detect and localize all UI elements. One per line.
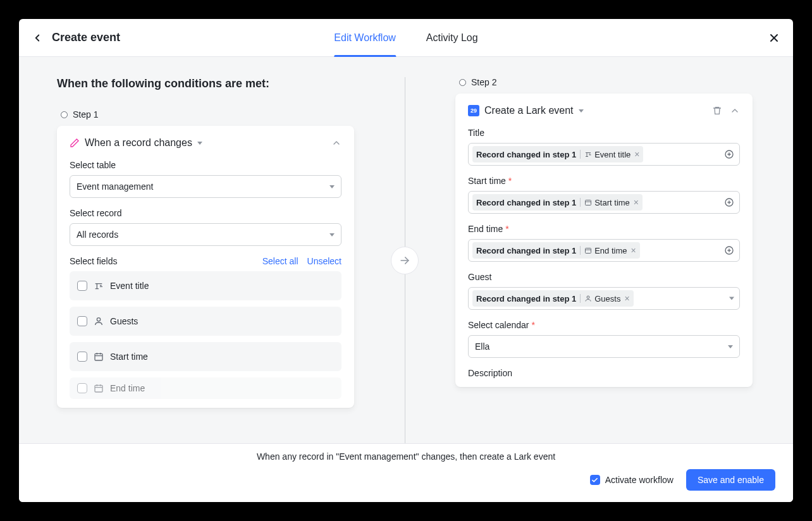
action-type-dropdown-icon[interactable] [579,109,584,113]
token-secondary: Start time [584,198,630,207]
field-checkbox[interactable] [77,316,87,326]
step1-label: Step 1 [57,109,354,120]
svg-rect-9 [586,200,591,205]
token-primary: Record changed in step 1 [476,294,576,303]
field-name-text: Guests [110,316,138,326]
token-primary: Record changed in step 1 [476,198,576,207]
field-name-text: Start time [110,352,148,362]
guest-field-label: Guest [468,272,740,282]
step2-card: 29 Create a Lark event [455,94,753,387]
save-and-enable-button[interactable]: Save and enable [686,469,775,491]
workflow-summary: When any record in "Event management" ch… [37,451,775,462]
chevron-down-icon[interactable] [729,297,734,300]
activate-workflow-label: Activate workflow [605,475,674,485]
select-fields-label: Select fields [70,256,117,266]
field-item-start-time[interactable]: Start time [70,342,341,371]
select-table-dropdown[interactable]: Event management [70,175,341,198]
back-icon[interactable] [32,32,43,44]
select-table-value: Event management [77,181,153,192]
step-bullet-icon [61,111,68,118]
remove-token-icon[interactable]: × [624,294,629,303]
step1-label-text: Step 1 [73,109,98,120]
field-name-text: Event title [110,281,149,291]
select-table-label: Select table [70,160,341,170]
text-field-icon [94,281,104,291]
add-token-icon[interactable] [724,197,734,207]
calendar-field-icon [94,383,104,393]
activate-workflow-checkbox[interactable]: Activate workflow [590,475,674,485]
step-bullet-icon [459,79,466,86]
arrow-right-icon [391,247,419,274]
description-field-label: Description [468,368,740,378]
select-record-label: Select record [70,208,341,218]
select-all-link[interactable]: Select all [262,256,298,266]
token-primary: Record changed in step 1 [476,150,576,159]
footer-bar: When any record in "Event management" ch… [19,443,793,502]
conditions-header: When the following conditions are met: [57,77,354,90]
step2-card-title: Create a Lark event [484,105,574,116]
token: Record changed in step 1 Start time × [472,194,643,211]
svg-rect-3 [95,353,102,360]
token-secondary: Guests [584,294,620,303]
title-field-label: Title [468,128,740,138]
field-item-guests[interactable]: Guests [70,307,341,336]
tab-activity-log[interactable]: Activity Log [426,19,478,56]
title-token-input[interactable]: Record changed in step 1 Event title × [468,143,740,166]
start-time-token-input[interactable]: Record changed in step 1 Start time × [468,191,740,214]
chevron-down-icon [728,345,733,348]
editor-canvas: When the following conditions are met: S… [19,57,793,443]
collapse-icon[interactable] [730,106,740,116]
remove-token-icon[interactable]: × [634,198,639,207]
end-time-field-label: End time * [468,224,740,234]
workflow-editor-window: Create event Edit Workflow Activity Log … [19,19,793,502]
unselect-link[interactable]: Unselect [307,256,341,266]
person-field-icon [94,316,104,326]
step2-label-text: Step 2 [471,77,496,87]
delete-step-icon[interactable] [712,106,722,116]
field-name-text: End time [110,383,145,393]
select-calendar-dropdown[interactable]: Ella [468,335,740,358]
field-item-event-title[interactable]: Event title [70,271,341,300]
end-time-token-input[interactable]: Record changed in step 1 End time × [468,239,740,262]
remove-token-icon[interactable]: × [634,150,639,159]
calendar-field-icon [94,352,104,362]
field-item-end-time[interactable]: End time [70,377,341,399]
page-title: Create event [52,31,120,44]
svg-rect-13 [586,248,591,254]
token-secondary: Event title [584,150,631,159]
step1-card: When a record changes Select table Event… [57,126,354,408]
select-record-dropdown[interactable]: All records [70,223,341,246]
svg-rect-4 [95,385,102,392]
chevron-down-icon [329,233,335,236]
add-token-icon[interactable] [724,149,734,159]
field-checkbox[interactable] [77,383,87,393]
token: Record changed in step 1 Event title × [472,146,643,162]
header-bar: Create event Edit Workflow Activity Log [19,19,793,57]
step2-label: Step 2 [455,77,753,87]
guest-token-input[interactable]: Record changed in step 1 Guests × [468,287,740,310]
step1-card-title: When a record changes [85,137,192,149]
connector-column [379,77,430,443]
token: Record changed in step 1 End time × [472,242,640,259]
svg-point-2 [97,318,100,321]
lark-calendar-icon: 29 [468,105,479,116]
select-record-value: All records [77,230,118,240]
trigger-type-dropdown-icon[interactable] [197,142,202,145]
token: Record changed in step 1 Guests × [472,290,634,307]
chevron-down-icon [329,185,335,188]
close-icon[interactable] [768,32,780,44]
token-secondary: End time [584,246,627,255]
field-checkbox[interactable] [77,352,87,362]
collapse-icon[interactable] [331,138,341,148]
start-time-field-label: Start time * [468,176,740,186]
token-primary: Record changed in step 1 [476,246,576,255]
svg-point-17 [587,296,589,298]
add-token-icon[interactable] [724,245,734,255]
select-calendar-value: Ella [475,341,489,352]
field-checkbox[interactable] [77,281,87,291]
checked-icon [590,475,600,485]
pencil-icon [70,138,80,148]
tab-edit-workflow[interactable]: Edit Workflow [334,19,396,56]
calendar-field-label: Select calendar * [468,320,740,330]
remove-token-icon[interactable]: × [631,246,636,255]
